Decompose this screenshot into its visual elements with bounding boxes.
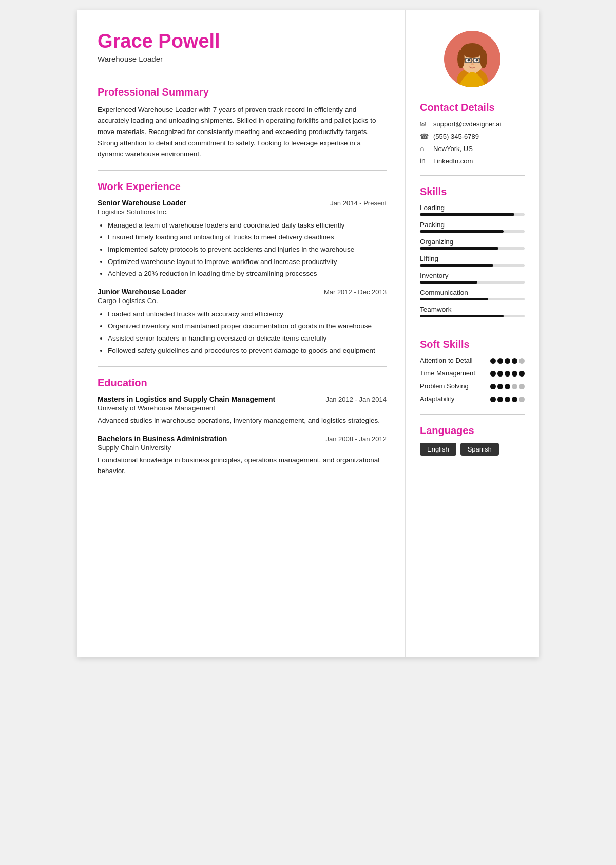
work-experience-section: Work Experience Senior Warehouse Loader … (98, 181, 387, 356)
bullet-item: Managed a team of warehouse loaders and … (108, 220, 387, 231)
skill-bar-bg (420, 281, 525, 284)
contact-title: Contact Details (420, 102, 525, 114)
dots (490, 384, 525, 389)
soft-skill-row: Adaptability (420, 395, 525, 404)
dot (505, 384, 510, 389)
edu-2: Bachelors in Business Administration Jan… (98, 435, 387, 477)
resume-container: Grace Powell Warehouse Loader Profession… (77, 10, 539, 657)
edu-1: Masters in Logistics and Supply Chain Ma… (98, 395, 387, 426)
soft-skill-row: Time Management (420, 369, 525, 378)
contact-item: ✉support@cvdesigner.ai (420, 120, 525, 128)
skill-bar-fill (420, 247, 498, 250)
contact-text: support@cvdesigner.ai (433, 120, 501, 128)
svg-point-4 (461, 43, 484, 58)
skill-bar-bg (420, 264, 525, 267)
dot (490, 358, 496, 364)
skill-label: Inventory (420, 272, 525, 279)
skill-bar-bg (420, 230, 525, 233)
skill-row: Teamwork (420, 306, 525, 317)
skill-bar-fill (420, 315, 504, 317)
svg-point-9 (468, 59, 470, 62)
name: Grace Powell (98, 31, 387, 52)
skill-bar-bg (420, 298, 525, 300)
skill-label: Loading (420, 204, 525, 212)
soft-skills-title: Soft Skills (420, 339, 525, 350)
skill-bar-bg (420, 213, 525, 216)
contact-text: LinkedIn.com (433, 157, 473, 165)
edu-1-header: Masters in Logistics and Supply Chain Ma… (98, 395, 387, 403)
edu-1-school: University of Warehouse Management (98, 404, 387, 412)
language-tag: English (420, 443, 456, 456)
job-1: Senior Warehouse Loader Jan 2014 - Prese… (98, 199, 387, 279)
languages-section: Languages EnglishSpanish (420, 425, 525, 456)
soft-skill-label: Adaptability (420, 395, 454, 404)
skill-bar-fill (420, 230, 504, 233)
languages-title: Languages (420, 425, 525, 437)
skill-row: Organizing (420, 238, 525, 250)
soft-skill-row: Problem Solving (420, 382, 525, 391)
soft-skill-label: Attention to Detail (420, 356, 473, 365)
skill-label: Teamwork (420, 306, 525, 313)
dot (519, 358, 525, 364)
skill-row: Inventory (420, 272, 525, 284)
skill-label: Packing (420, 221, 525, 229)
edu-2-desc: Foundational knowledge in business princ… (98, 455, 387, 477)
bullet-item: Implemented safety protocols to prevent … (108, 244, 387, 255)
education-section: Education Masters in Logistics and Suppl… (98, 377, 387, 477)
edu-1-desc: Advanced studies in warehouse operations… (98, 415, 387, 426)
skill-label: Organizing (420, 238, 525, 246)
work-experience-title: Work Experience (98, 181, 387, 193)
job-1-company: Logistics Solutions Inc. (98, 208, 387, 216)
dot (512, 358, 517, 364)
dot (519, 371, 525, 377)
contact-item: inLinkedIn.com (420, 157, 525, 165)
contact-icon: in (420, 157, 429, 165)
dot (497, 358, 503, 364)
job-2-header: Junior Warehouse Loader Mar 2012 - Dec 2… (98, 288, 387, 296)
bullet-item: Loaded and unloaded trucks with accuracy… (108, 309, 387, 320)
dots (490, 371, 525, 377)
bullet-item: Organized inventory and maintained prope… (108, 321, 387, 332)
dot (497, 384, 503, 389)
dot (519, 384, 525, 389)
soft-skill-label: Problem Solving (420, 382, 469, 391)
soft-skill-label: Time Management (420, 369, 475, 378)
skill-bar-bg (420, 315, 525, 317)
contact-item: ☎(555) 345-6789 (420, 132, 525, 140)
summary-title: Professional Summary (98, 86, 387, 98)
edu-2-school: Supply Chain University (98, 444, 387, 452)
bullet-item: Ensured timely loading and unloading of … (108, 232, 387, 243)
dot (490, 384, 496, 389)
job-title: Warehouse Loader (98, 54, 387, 63)
summary-section: Professional Summary Experienced Warehou… (98, 86, 387, 160)
contact-text: (555) 345-6789 (433, 133, 479, 140)
dot (505, 371, 510, 377)
dot (505, 358, 510, 364)
divider-2 (98, 170, 387, 171)
skills-bars: Loading Packing Organizing Lifting Inven… (420, 204, 525, 317)
bullet-item: Followed safety guidelines and procedure… (108, 345, 387, 356)
job-2: Junior Warehouse Loader Mar 2012 - Dec 2… (98, 288, 387, 356)
edu-2-header: Bachelors in Business Administration Jan… (98, 435, 387, 443)
language-tag: Spanish (460, 443, 499, 456)
job-2-title: Junior Warehouse Loader (98, 288, 186, 296)
avatar (444, 31, 500, 87)
skill-bar-bg (420, 247, 525, 250)
soft-skill-row: Attention to Detail (420, 356, 525, 365)
education-title: Education (98, 377, 387, 389)
divider-4 (98, 487, 387, 487)
skill-label: Communication (420, 289, 525, 296)
svg-point-6 (480, 50, 487, 68)
dots (490, 397, 525, 402)
dot (497, 371, 503, 377)
soft-skills-rows: Attention to DetailTime ManagementProble… (420, 356, 525, 404)
skills-title: Skills (420, 186, 525, 198)
contact-item: ⌂NewYork, US (420, 144, 525, 153)
contact-icon: ✉ (420, 120, 429, 128)
avatar-wrapper (420, 31, 525, 87)
dot (497, 397, 503, 402)
edu-1-dates: Jan 2012 - Jan 2014 (325, 396, 387, 403)
soft-skills-section: Soft Skills Attention to DetailTime Mana… (420, 339, 525, 404)
bullet-item: Achieved a 20% reduction in loading time… (108, 268, 387, 279)
contact-icon: ⌂ (420, 144, 429, 153)
